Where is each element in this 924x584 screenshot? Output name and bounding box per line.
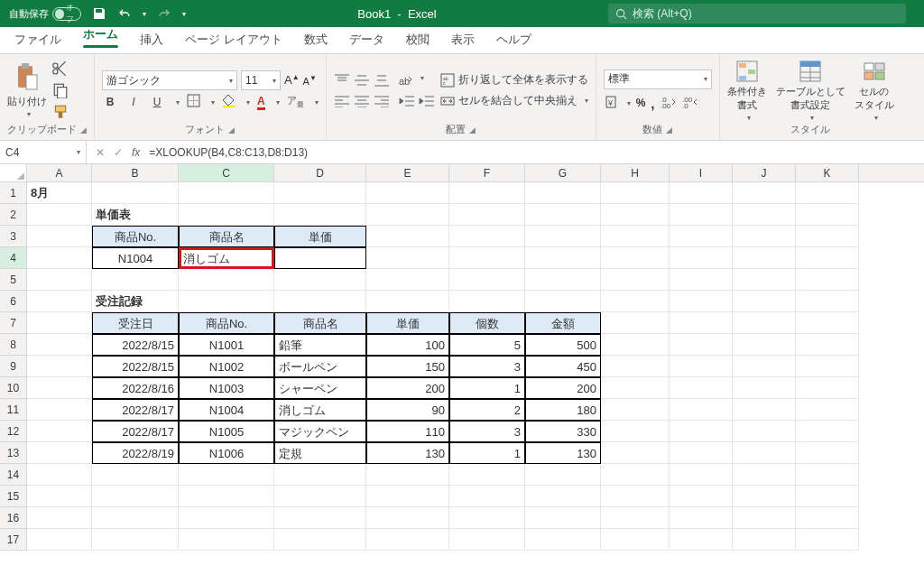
cell[interactable] xyxy=(733,247,796,269)
cell[interactable] xyxy=(366,464,449,486)
align-middle-icon[interactable] xyxy=(354,74,370,87)
align-bottom-icon[interactable] xyxy=(374,74,390,87)
cell[interactable] xyxy=(601,486,670,507)
cell[interactable]: 5 xyxy=(449,334,525,356)
cell[interactable]: 90 xyxy=(366,399,449,421)
cell[interactable] xyxy=(274,291,366,312)
undo-icon[interactable] xyxy=(117,6,132,21)
cell[interactable] xyxy=(27,226,92,247)
cell[interactable] xyxy=(525,182,601,204)
save-icon[interactable] xyxy=(92,6,106,21)
cell[interactable] xyxy=(27,247,92,269)
format-painter-icon[interactable] xyxy=(52,104,69,120)
tab-data[interactable]: データ xyxy=(340,26,393,53)
cell[interactable]: 2022/8/17 xyxy=(92,421,179,442)
cell[interactable] xyxy=(796,442,859,464)
cell[interactable] xyxy=(449,182,525,204)
col-header[interactable]: J xyxy=(733,164,796,181)
cell[interactable] xyxy=(733,334,796,356)
cell[interactable]: N1002 xyxy=(179,356,274,377)
cell[interactable]: 単価 xyxy=(366,312,449,334)
cell[interactable]: シャーペン xyxy=(274,377,366,399)
cell[interactable] xyxy=(733,529,796,551)
cell[interactable] xyxy=(733,486,796,507)
cell[interactable] xyxy=(92,464,179,486)
conditional-format-button[interactable]: 条件付き 書式▾ xyxy=(727,60,767,122)
cell[interactable]: 2 xyxy=(449,399,525,421)
cell[interactable] xyxy=(733,464,796,486)
formula-input[interactable]: =XLOOKUP(B4,C8:C13,D8:D13) xyxy=(149,146,308,159)
cell[interactable]: 単価表 xyxy=(92,204,179,226)
cell[interactable]: 3 xyxy=(449,356,525,377)
cell[interactable] xyxy=(601,182,670,204)
cell[interactable] xyxy=(449,269,525,291)
cell[interactable] xyxy=(366,529,449,551)
cell[interactable] xyxy=(366,226,449,247)
cell[interactable] xyxy=(449,486,525,507)
comma-icon[interactable]: , xyxy=(651,96,654,111)
cell[interactable] xyxy=(670,269,733,291)
undo-caret[interactable]: ▾ xyxy=(143,10,146,18)
border-icon[interactable] xyxy=(187,94,200,110)
underline-button[interactable]: U xyxy=(149,94,165,110)
cell[interactable] xyxy=(733,312,796,334)
cell[interactable] xyxy=(27,399,92,421)
cancel-formula-icon[interactable]: ✕ xyxy=(96,146,105,159)
cell[interactable] xyxy=(92,507,179,529)
cell[interactable]: マジックペン xyxy=(274,421,366,442)
cell[interactable] xyxy=(670,312,733,334)
cell[interactable] xyxy=(670,442,733,464)
col-header[interactable]: H xyxy=(601,164,670,181)
row-header[interactable]: 16 xyxy=(0,507,27,529)
cell[interactable] xyxy=(366,486,449,507)
cell[interactable]: 個数 xyxy=(449,312,525,334)
grow-font-icon[interactable]: A▲ xyxy=(284,73,300,87)
cell[interactable] xyxy=(601,269,670,291)
tab-file[interactable]: ファイル xyxy=(5,26,70,53)
search-box[interactable]: 検索 (Alt+Q) xyxy=(608,4,906,23)
row-header[interactable]: 4 xyxy=(0,247,27,269)
cell[interactable] xyxy=(733,226,796,247)
col-header[interactable]: F xyxy=(449,164,525,181)
autosave-toggle[interactable]: 自動保存 オフ xyxy=(9,7,81,21)
cell[interactable] xyxy=(796,334,859,356)
fx-icon[interactable]: fx xyxy=(132,146,140,159)
row-header[interactable]: 10 xyxy=(0,377,27,399)
cell[interactable]: 金額 xyxy=(525,312,601,334)
row-header[interactable]: 3 xyxy=(0,226,27,247)
cell[interactable] xyxy=(796,464,859,486)
col-header[interactable]: E xyxy=(366,164,449,181)
col-header[interactable]: A xyxy=(27,164,92,181)
cell[interactable] xyxy=(670,182,733,204)
row-header[interactable]: 9 xyxy=(0,356,27,377)
decrease-decimal-icon[interactable]: .00.0 xyxy=(682,96,698,111)
cell[interactable]: 定規 xyxy=(274,442,366,464)
cell[interactable] xyxy=(366,269,449,291)
tab-help[interactable]: ヘルプ xyxy=(487,26,541,53)
cell[interactable]: N1004 xyxy=(92,247,179,269)
cell[interactable]: 2022/8/17 xyxy=(92,399,179,421)
font-name-combo[interactable]: 游ゴシック▾ xyxy=(102,70,237,90)
tab-insert[interactable]: 挿入 xyxy=(131,26,172,53)
cell[interactable] xyxy=(274,529,366,551)
cell[interactable] xyxy=(796,291,859,312)
cell[interactable] xyxy=(796,269,859,291)
cell[interactable] xyxy=(449,529,525,551)
font-size-combo[interactable]: 11▾ xyxy=(241,70,281,90)
cell[interactable]: 受注日 xyxy=(92,312,179,334)
orientation-icon[interactable]: ab xyxy=(399,74,413,91)
cell[interactable] xyxy=(27,291,92,312)
cell[interactable] xyxy=(525,204,601,226)
align-left-icon[interactable] xyxy=(334,95,350,107)
cell[interactable]: 商品名 xyxy=(179,226,274,247)
cell[interactable] xyxy=(601,356,670,377)
cell[interactable] xyxy=(670,399,733,421)
cut-icon[interactable] xyxy=(52,60,69,77)
cell[interactable]: 商品名 xyxy=(274,312,366,334)
font-color-icon[interactable]: A xyxy=(257,95,265,110)
cell[interactable] xyxy=(601,464,670,486)
cell[interactable] xyxy=(449,464,525,486)
cell[interactable] xyxy=(92,529,179,551)
cell[interactable]: 3 xyxy=(449,421,525,442)
cell[interactable] xyxy=(525,269,601,291)
